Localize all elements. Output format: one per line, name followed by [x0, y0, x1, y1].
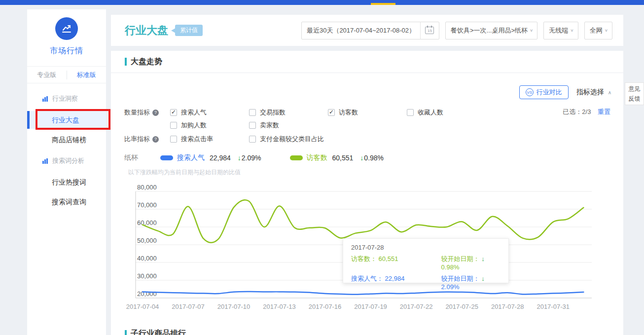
chart-note: 以下涨跌幅均为当前日期与起始日期的比值 [128, 168, 241, 177]
chevron-down-icon: ∨ [605, 28, 608, 33]
sidebar-item-label: 行业大盘 [52, 116, 79, 124]
checkbox-label: 访客数 [339, 108, 358, 117]
page-header: 行业大盘 累计值 最近30天（2017-07-04~2017-08-02） 15… [111, 15, 623, 46]
active-nav-underline [371, 3, 395, 5]
arrow-down-icon: ↓ [238, 154, 241, 162]
x-axis-label: 2017-07-10 [217, 303, 250, 310]
selected-count: 已选：2/3 [563, 108, 591, 115]
checkbox-icon [170, 109, 177, 116]
checkbox-icon [249, 109, 256, 116]
terminal-dropdown[interactable]: 无线端 ∨ [543, 22, 578, 39]
checkbox-icon [170, 122, 177, 129]
checkbox-icon [170, 136, 177, 143]
legend-category: 纸杯 [124, 153, 138, 162]
sidebar-item-label: 商品店铺榜 [52, 136, 86, 144]
x-axis-label: 2017-07-16 [309, 303, 342, 310]
date-range-label: 最近30天（2017-07-04~2017-08-02） [302, 26, 420, 35]
active-indicator-bar [27, 111, 30, 129]
help-icon[interactable]: ? [152, 136, 159, 143]
page-title: 行业大盘 [125, 23, 168, 38]
filter-group-1: 比率指标?搜索点击率支付金额较父类目占比 [124, 133, 486, 146]
date-range-selector[interactable]: 最近30天（2017-07-04~2017-08-02） 15 [301, 22, 439, 39]
feedback-tab[interactable]: 意见 反馈 [625, 82, 644, 105]
calendar-button[interactable]: 15 [420, 22, 439, 39]
y-axis-label: 40,000 [137, 255, 157, 262]
sidebar-item-label: 搜索词查询 [52, 198, 86, 206]
feedback-label-line1: 意见 [625, 84, 644, 94]
version-tabs: 专业版标准版 [27, 67, 106, 83]
app-logo-block: 市场行情 [27, 9, 106, 67]
version-tab-standard[interactable]: 标准版 [67, 71, 107, 79]
industry-compare-button[interactable]: VS 行业对比 [519, 85, 569, 99]
legend-swatch [290, 155, 303, 160]
metric-checkbox-访客数[interactable]: 访客数 [328, 106, 407, 119]
scope-label: 全网 [585, 26, 603, 35]
metric-checkbox-收藏人数[interactable]: 收藏人数 [407, 106, 486, 119]
sidebar-group-label: 搜索词分析 [52, 156, 84, 165]
metric-filters: 数量指标?搜索人气交易指数访客数收藏人数加购人数卖家数比率指标?搜索点击率支付金… [124, 106, 486, 147]
tooltip-row-搜索人气: 搜索人气： 22,984较开始日期： ↓ 2.09% [351, 274, 501, 291]
arrow-down-icon: ↓ [481, 255, 485, 262]
legend-value: 22,984 [210, 154, 231, 162]
legend-value: 60,551 [332, 154, 354, 162]
compare-button-label: 行业对比 [537, 88, 562, 97]
y-axis-label: 50,000 [137, 237, 157, 244]
series-line-搜索人气 [143, 292, 583, 295]
legend-name: 搜索人气 [177, 153, 205, 162]
x-axis-label: 2017-07-19 [354, 303, 387, 310]
checkbox-label: 加购人数 [181, 121, 207, 130]
next-section-header: 子行业商品排行 [125, 329, 186, 335]
y-axis-label: 20,000 [137, 290, 157, 298]
legend-swatch [160, 155, 173, 160]
app-title: 市场行情 [27, 46, 106, 56]
next-section-title: 子行业商品排行 [131, 329, 186, 335]
chevron-down-icon: ∨ [530, 28, 533, 33]
legend-name: 访客数 [307, 153, 327, 162]
trend-section-card: 大盘走势 VS 行业对比 指标选择 ∧ 已选：2/3 重置 数量指标?搜索人气交… [111, 51, 623, 335]
tooltip-date: 2017-07-28 [351, 244, 501, 251]
checkbox-label: 收藏人数 [418, 108, 443, 117]
y-axis-label: 70,000 [137, 201, 157, 209]
x-axis-label: 2017-07-13 [263, 303, 296, 310]
scope-dropdown[interactable]: 全网 ∨ [584, 22, 612, 39]
metric-checkbox-支付金额较父类目占比[interactable]: 支付金额较父类目占比 [249, 133, 328, 146]
section-marker [125, 330, 127, 335]
metric-checkbox-交易指数[interactable]: 交易指数 [249, 106, 328, 119]
cumulative-value-badge: 累计值 [175, 25, 203, 36]
metric-checkbox-搜索点击率[interactable]: 搜索点击率 [170, 133, 249, 146]
reset-link[interactable]: 重置 [598, 108, 610, 115]
calendar-icon: 15 [425, 27, 434, 34]
trend-chart-logo-icon [55, 17, 78, 40]
tooltip-metric: 搜索人气： 22,984 [351, 274, 441, 291]
chart-legend: 纸杯搜索人气22,984↓2.09%访客数60,551↓0.98% [124, 153, 412, 162]
sidebar-item-4[interactable]: 行业热搜词 [27, 173, 106, 191]
x-axis-label: 2017-07-07 [172, 303, 205, 310]
legend-item-搜索人气[interactable]: 搜索人气22,984↓2.09% [160, 153, 261, 162]
chart-tooltip: 2017-07-28 访客数： 60,551较开始日期： ↓ 0.98%搜索人气… [343, 238, 509, 283]
header-controls: 最近30天（2017-07-04~2017-08-02） 15 餐饮具>一次..… [301, 22, 612, 39]
arrow-down-icon: ↓ [360, 154, 363, 162]
metric-select-toggle[interactable]: 指标选择 ∧ [576, 88, 611, 97]
sidebar-group-label: 行业洞察 [52, 94, 78, 103]
sidebar-item-2[interactable]: 商品店铺榜 [27, 131, 106, 149]
filter-group-label: 数量指标? [124, 106, 170, 119]
metric-checkbox-加购人数[interactable]: 加购人数 [170, 119, 249, 132]
legend-item-访客数[interactable]: 访客数60,551↓0.98% [290, 153, 384, 162]
version-tab-pro[interactable]: 专业版 [27, 71, 67, 79]
vs-icon: VS [526, 88, 534, 96]
x-axis-label: 2017-07-31 [537, 303, 570, 310]
feedback-label-line2: 反馈 [625, 94, 644, 104]
x-axis-label: 2017-07-28 [491, 303, 524, 310]
chevron-up-icon: ∧ [608, 90, 611, 95]
metric-checkbox-卖家数[interactable]: 卖家数 [249, 119, 328, 132]
sidebar-menu: 行业洞察行业大盘商品店铺榜搜索词分析行业热搜词搜索词查询 [27, 83, 106, 211]
help-icon[interactable]: ? [152, 110, 159, 116]
category-dropdown[interactable]: 餐饮具>一次...桌用品>纸杯 ∨ [445, 22, 537, 39]
metric-checkbox-搜索人气[interactable]: 搜索人气 [170, 106, 249, 119]
checkbox-icon [249, 122, 256, 129]
sidebar: 市场行情 专业版标准版 行业洞察行业大盘商品店铺榜搜索词分析行业热搜词搜索词查询 [27, 9, 106, 335]
section-title: 大盘走势 [131, 57, 162, 67]
legend-change: 2.09% [242, 154, 261, 162]
sidebar-item-1[interactable]: 行业大盘 [27, 111, 106, 129]
sidebar-item-5[interactable]: 搜索词查询 [27, 193, 106, 211]
